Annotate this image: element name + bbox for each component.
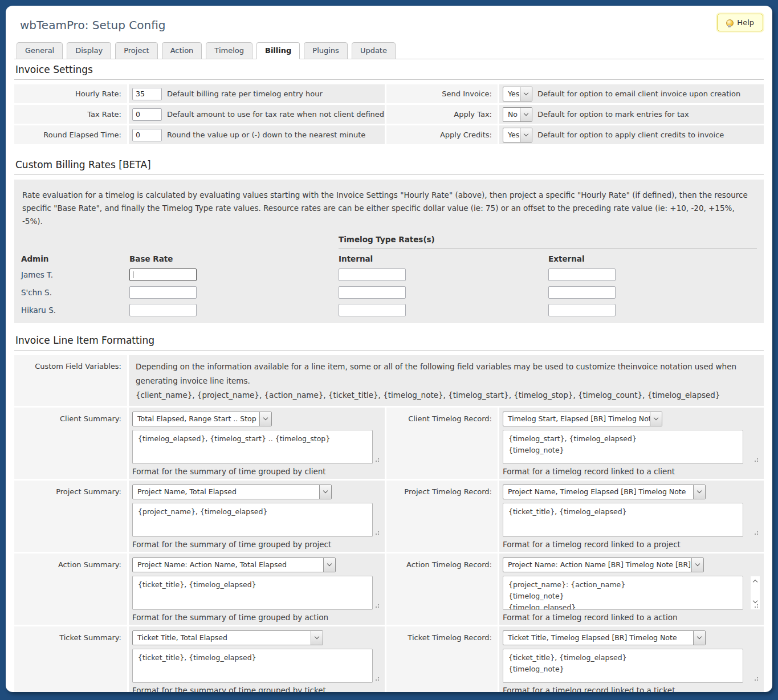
project-timelog-record-format-textarea[interactable]: {ticket_title}, {timelog_elapsed}	[503, 503, 743, 537]
ticket-timelog-record-label: Ticket Timelog Record:	[386, 626, 498, 692]
ticket-summary-caption: Format for the summary of time grouped b…	[132, 683, 381, 692]
col-header-external: External	[548, 254, 757, 263]
invoice-settings-heading: Invoice Settings	[14, 62, 764, 80]
custom-billing-heading: Custom Billing Rates [BETA]	[14, 157, 764, 175]
tab-timelog[interactable]: Timelog	[206, 42, 252, 59]
scroll-up-icon[interactable]	[753, 579, 757, 584]
external-rate-input-schn[interactable]	[548, 286, 616, 299]
tab-bar: General Display Project Action Timelog B…	[14, 42, 764, 59]
action-timelog-record-label: Action Timelog Record:	[386, 554, 498, 625]
resize-grip[interactable]	[753, 457, 759, 462]
action-summary-caption: Format for the summary of time grouped b…	[132, 610, 381, 622]
action-summary-label: Action Summary:	[14, 554, 127, 625]
resize-grip[interactable]	[753, 603, 759, 608]
hourly-rate-label: Hourly Rate:	[14, 84, 127, 103]
chevron-down-icon	[650, 412, 662, 426]
tab-billing[interactable]: Billing	[256, 42, 300, 59]
chevron-down-icon	[311, 631, 323, 645]
action-timelog-record-caption: Format for a timelog record linked to a …	[503, 610, 760, 622]
client-summary-label: Client Summary:	[14, 408, 127, 479]
project-timelog-record-select[interactable]: Project Name, Timelog Elapsed [BR] Timel…	[503, 485, 706, 499]
internal-rate-input-hikaru[interactable]	[339, 304, 406, 316]
internal-rate-input-james[interactable]	[339, 268, 406, 281]
round-elapsed-input[interactable]	[132, 129, 162, 141]
apply-tax-desc: Default for option to mark entries for t…	[537, 110, 689, 119]
base-rate-input-hikaru[interactable]	[129, 304, 197, 316]
line-item-formatting-heading: Invoice Line Item Formatting	[14, 332, 764, 351]
client-timelog-record-caption: Format for a timelog record linked to a …	[503, 464, 760, 476]
tab-project[interactable]: Project	[115, 42, 157, 59]
action-summary-format-textarea[interactable]: {ticket_title}, {timelog_elapsed}	[132, 576, 373, 610]
resize-grip[interactable]	[753, 530, 759, 535]
tab-display[interactable]: Display	[67, 42, 111, 59]
project-timelog-record-caption: Format for a timelog record linked to a …	[503, 537, 760, 549]
resize-grip[interactable]	[753, 676, 759, 681]
project-summary-format-textarea[interactable]: {project_name}, {timelog_elapsed}	[132, 503, 373, 537]
project-summary-select[interactable]: Project Name, Total Elapsed	[132, 485, 332, 499]
col-header-internal: Internal	[339, 254, 548, 263]
chevron-down-icon	[693, 631, 705, 645]
ticket-timelog-record-format-textarea[interactable]: {ticket_title}, {timelog_elapsed} {timel…	[503, 649, 743, 683]
resize-grip[interactable]	[374, 676, 380, 681]
lightbulb-icon	[726, 19, 733, 26]
tab-general[interactable]: General	[17, 42, 63, 59]
custom-field-variables-label: Custom Field Variables:	[14, 355, 127, 406]
client-timelog-record-select[interactable]: Timelog Start, Elapsed [BR] Timelog Note	[503, 412, 662, 426]
timelog-type-rates-header: Timelog Type Rates(s)	[339, 235, 757, 249]
custom-billing-description: Rate evaluation for a timelog is calcula…	[20, 185, 758, 235]
col-header-base-rate: Base Rate	[129, 254, 339, 263]
apply-tax-label: Apply Tax:	[386, 105, 498, 124]
client-summary-format-textarea[interactable]: {timelog_elapsed}, {timelog_start} .. {t…	[132, 430, 373, 464]
apply-tax-select[interactable]: No	[503, 107, 532, 122]
ticket-summary-label: Ticket Summary:	[14, 626, 127, 692]
tax-rate-desc: Default amount to use for tax rate when …	[167, 110, 384, 119]
hourly-rate-desc: Default billing rate per timelog entry h…	[167, 89, 323, 98]
resize-grip[interactable]	[374, 530, 380, 535]
resize-grip[interactable]	[374, 457, 380, 462]
apply-credits-label: Apply Credits:	[386, 125, 498, 144]
chevron-down-icon	[520, 128, 532, 142]
client-timelog-record-format-textarea[interactable]: {timelog_start}, {timelog_elapsed} {time…	[503, 430, 743, 464]
apply-credits-select[interactable]: Yes	[503, 128, 532, 143]
formatting-grid: Custom Field Variables: Depending on the…	[14, 355, 764, 692]
resize-grip[interactable]	[374, 603, 380, 608]
round-elapsed-desc: Round the value up or (-) down to the ne…	[167, 131, 365, 139]
external-rate-input-hikaru[interactable]	[548, 304, 616, 316]
project-summary-label: Project Summary:	[14, 481, 127, 552]
base-rate-input-schn[interactable]	[129, 286, 197, 299]
custom-field-variables-list: {client_name}, {project_name}, {action_n…	[136, 388, 757, 402]
help-button-label: Help	[737, 18, 754, 27]
page-title: wbTeamPro: Setup Config	[14, 13, 764, 34]
internal-rate-input-schn[interactable]	[339, 286, 406, 299]
chevron-down-icon	[323, 558, 335, 572]
tax-rate-input[interactable]	[132, 108, 162, 121]
tab-action[interactable]: Action	[162, 42, 202, 59]
base-rate-input-james[interactable]	[129, 268, 197, 281]
ticket-timelog-record-caption: Format for a timelog record linked to a …	[503, 683, 760, 692]
send-invoice-select[interactable]: Yes	[503, 87, 532, 101]
chevron-down-icon	[693, 485, 705, 499]
setup-config-panel: wbTeamPro: Setup Config Help General Dis…	[6, 6, 772, 692]
client-summary-select[interactable]: Total Elapsed, Range Start .. Stop Date	[132, 412, 272, 426]
admin-name: Hikaru S.	[21, 306, 129, 315]
external-rate-input-james[interactable]	[548, 268, 616, 281]
help-button[interactable]: Help	[717, 14, 763, 31]
tab-update[interactable]: Update	[352, 42, 396, 59]
tab-plugins[interactable]: Plugins	[304, 42, 348, 59]
ticket-summary-select[interactable]: Ticket Title, Total Elapsed	[132, 630, 323, 645]
action-timelog-record-select[interactable]: Project Name: Action Name [BR] Timelog N…	[503, 557, 704, 572]
ticket-timelog-record-select[interactable]: Ticket Title, Timelog Elapsed [BR] Timel…	[503, 630, 706, 645]
hourly-rate-input[interactable]	[132, 88, 162, 100]
ticket-summary-format-textarea[interactable]: {ticket_title}, {timelog_elapsed}	[132, 649, 373, 683]
scroll-down-icon[interactable]	[753, 598, 757, 603]
client-timelog-record-label: Client Timelog Record:	[386, 408, 498, 479]
action-summary-select[interactable]: Project Name: Action Name, Total Elapsed	[132, 557, 336, 572]
round-elapsed-label: Round Elapsed Time:	[14, 125, 127, 144]
project-summary-caption: Format for the summary of time grouped b…	[132, 537, 381, 549]
chevron-down-icon	[691, 558, 703, 572]
send-invoice-desc: Default for option to email client invoi…	[537, 89, 740, 98]
action-timelog-record-format-textarea[interactable]: {project_name}: {action_name} {timelog_n…	[503, 576, 743, 610]
client-summary-caption: Format for the summary of time grouped b…	[132, 464, 381, 476]
col-header-admin: Admin	[21, 254, 129, 263]
custom-billing-panel: Rate evaluation for a timelog is calcula…	[14, 180, 764, 323]
